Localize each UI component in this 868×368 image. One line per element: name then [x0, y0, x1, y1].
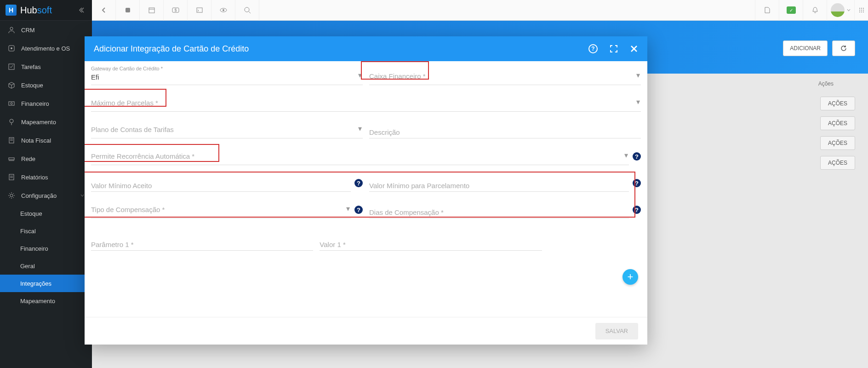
- svg-rect-12: [9, 174, 14, 180]
- caixa-field[interactable]: Caixa Financeiro * ▾: [369, 67, 641, 85]
- row-actions-button[interactable]: AÇÕES: [820, 136, 855, 150]
- row-actions-button[interactable]: AÇÕES: [820, 116, 855, 130]
- sidebar-item-financeiro[interactable]: Financeiro: [0, 94, 92, 113]
- fullscreen-icon[interactable]: [610, 45, 618, 53]
- help-icon[interactable]: ?: [633, 206, 641, 214]
- save-button[interactable]: SALVAR: [595, 323, 638, 339]
- add-param-button[interactable]: +: [622, 269, 638, 285]
- actions-column-header: Ações: [818, 80, 834, 87]
- headset-icon: [7, 45, 16, 52]
- sidebar-item-atendimento[interactable]: Atendimento e OS: [0, 39, 92, 58]
- search-icon[interactable]: [235, 0, 259, 21]
- sidebar-item-label: Tarefas: [21, 63, 41, 70]
- add-button[interactable]: ADICIONAR: [783, 40, 828, 56]
- valor-min-parc-field[interactable]: ?: [369, 173, 641, 192]
- svg-rect-4: [9, 102, 14, 105]
- logo-area: H Hubsoft: [0, 0, 92, 21]
- sidebar-sub-integracoes[interactable]: Integrações: [0, 275, 92, 292]
- refresh-button[interactable]: [832, 40, 855, 56]
- tipo-comp-field[interactable]: Tipo de Compensação * ▾ ?: [91, 200, 363, 218]
- svg-rect-10: [9, 158, 14, 160]
- svg-rect-16: [126, 8, 130, 12]
- valor-min-field[interactable]: ?: [91, 173, 363, 192]
- money-icon: [7, 100, 16, 107]
- sidebar-item-mapeamento[interactable]: Mapeamento: [0, 113, 92, 131]
- sidebar-sub-mapeamento[interactable]: Mapeamento: [0, 292, 92, 310]
- dollar-icon[interactable]: $: [164, 0, 188, 21]
- valor-min-parc-input[interactable]: [369, 173, 629, 192]
- descricao-field[interactable]: [369, 120, 641, 138]
- svg-rect-17: [149, 8, 154, 13]
- sidebar-item-label: Financeiro: [21, 100, 49, 107]
- sidebar-item-relatorios[interactable]: Relatórios: [0, 168, 92, 186]
- avatar: [831, 3, 845, 17]
- help-icon[interactable]: ?: [633, 179, 641, 187]
- valor1-field[interactable]: [320, 232, 542, 251]
- invoice-icon: [7, 137, 16, 144]
- modal-title: Adicionar Integração de Cartão de Crédit…: [94, 44, 249, 54]
- terminal-icon[interactable]: [188, 0, 211, 21]
- dias-comp-input[interactable]: [369, 200, 629, 218]
- tipo-comp-placeholder: Tipo de Compensação *: [91, 206, 165, 213]
- pdf-icon[interactable]: [755, 0, 779, 21]
- sidebar-item-label: Atendimento e OS: [21, 45, 70, 52]
- sidebar-item-label: CRM: [21, 27, 35, 34]
- row-actions-button[interactable]: AÇÕES: [820, 97, 855, 110]
- sidebar-item-label: Configuração: [21, 192, 57, 199]
- valor-min-input[interactable]: [91, 173, 351, 192]
- row-actions-button[interactable]: AÇÕES: [820, 156, 855, 170]
- descricao-input[interactable]: [369, 120, 641, 138]
- svg-text:?: ?: [591, 46, 594, 52]
- sidebar-item-rede[interactable]: Rede: [0, 150, 92, 168]
- crm-icon: [7, 26, 16, 34]
- svg-text:$: $: [174, 8, 177, 12]
- sidebar-item-crm[interactable]: CRM: [0, 21, 92, 39]
- calendar-icon[interactable]: [140, 0, 164, 21]
- svg-point-32: [859, 12, 860, 12]
- collapse-icon[interactable]: [79, 6, 86, 14]
- valor1-input[interactable]: [320, 232, 542, 251]
- sidebar-item-estoque[interactable]: Estoque: [0, 76, 92, 94]
- page-toolbar: ADICIONAR: [783, 40, 855, 56]
- svg-point-24: [245, 7, 249, 12]
- sidebar-sub-financeiro[interactable]: Financeiro: [0, 240, 92, 257]
- svg-point-27: [861, 8, 862, 9]
- help-icon[interactable]: ?: [354, 206, 363, 214]
- plano-contas-field[interactable]: Plano de Contas de Tarifas ▾: [91, 120, 363, 138]
- eye-icon[interactable]: [211, 0, 235, 21]
- modal-add-cc-integration: Adicionar Integração de Cartão de Crédit…: [85, 36, 647, 345]
- person-icon[interactable]: [116, 0, 140, 21]
- svg-point-15: [10, 194, 13, 197]
- sidebar-sub-geral[interactable]: Geral: [0, 257, 92, 275]
- gateway-field[interactable]: Gateway de Cartão de Crédito * Efi ▾: [91, 67, 363, 85]
- sidebar-item-notafiscal[interactable]: Nota Fiscal: [0, 131, 92, 150]
- map-icon: [7, 118, 16, 126]
- recorrencia-placeholder: Permite Recorrência Automática *: [91, 152, 194, 160]
- help-icon[interactable]: ?: [354, 179, 363, 187]
- back-icon[interactable]: [92, 0, 116, 21]
- sidebar-item-tarefas[interactable]: Tarefas: [0, 58, 92, 76]
- max-parcelas-field[interactable]: Máximo de Parcelas * ▾: [91, 93, 641, 112]
- param1-input[interactable]: [91, 232, 313, 251]
- dias-comp-field[interactable]: ?: [369, 200, 641, 218]
- user-menu[interactable]: [827, 0, 854, 21]
- logo-text: Hubsoft: [20, 5, 52, 16]
- bell-icon[interactable]: [803, 0, 827, 21]
- close-icon[interactable]: [630, 45, 638, 53]
- sidebar-sub-estoque[interactable]: Estoque: [0, 205, 92, 222]
- sidebar-sub-fiscal[interactable]: Fiscal: [0, 222, 92, 240]
- param1-field[interactable]: [91, 232, 313, 251]
- sidebar-item-configuracao[interactable]: Configuração: [0, 186, 92, 205]
- menu-dots-icon[interactable]: [854, 0, 868, 21]
- check-badge-icon[interactable]: ✓: [779, 0, 803, 21]
- svg-point-31: [863, 10, 864, 11]
- svg-rect-21: [197, 8, 202, 12]
- svg-point-34: [863, 12, 864, 12]
- svg-point-5: [11, 103, 12, 104]
- sidebar-item-label: Estoque: [21, 82, 43, 89]
- sidebar-item-label: Relatórios: [21, 174, 48, 181]
- recorrencia-field[interactable]: Permite Recorrência Automática * ▾ ?: [91, 147, 641, 165]
- help-icon[interactable]: ?: [633, 152, 641, 161]
- help-icon[interactable]: ?: [588, 44, 598, 53]
- svg-point-6: [10, 119, 13, 123]
